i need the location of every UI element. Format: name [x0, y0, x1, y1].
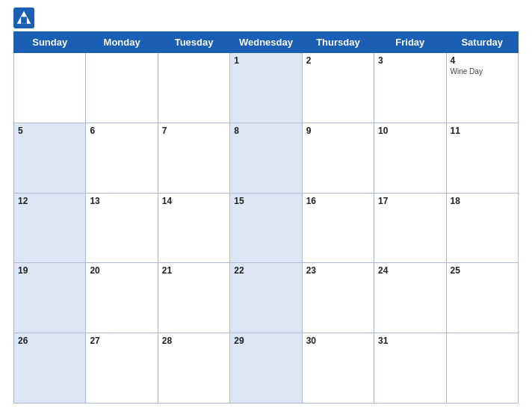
calendar-cell[interactable]: 20 [86, 263, 158, 333]
day-number: 13 [90, 196, 153, 206]
calendar: SundayMondayTuesdayWednesdayThursdayFrid… [13, 31, 519, 404]
calendar-cell[interactable]: 27 [86, 333, 158, 404]
calendar-cell[interactable]: 6 [86, 123, 158, 193]
calendar-cell[interactable]: 3 [374, 53, 446, 123]
logo [13, 7, 37, 28]
weekday-header-monday: Monday [86, 32, 158, 53]
day-number: 12 [18, 196, 81, 206]
calendar-cell[interactable]: 25 [446, 263, 518, 333]
day-number: 20 [90, 265, 153, 276]
day-number: 29 [234, 336, 297, 346]
day-number: 31 [378, 336, 442, 346]
day-number: 25 [451, 265, 514, 276]
day-number: 27 [90, 336, 153, 346]
weekday-header-row: SundayMondayTuesdayWednesdayThursdayFrid… [14, 32, 519, 53]
calendar-cell[interactable] [446, 333, 518, 404]
weekday-header-sunday: Sunday [14, 32, 86, 53]
week-row-0: 1234Wine Day [14, 53, 519, 123]
day-number: 11 [451, 126, 514, 136]
svg-rect-2 [21, 16, 27, 23]
calendar-cell[interactable]: 19 [14, 263, 86, 333]
calendar-cell[interactable]: 26 [14, 333, 86, 404]
calendar-cell[interactable]: 10 [374, 123, 446, 193]
calendar-cell[interactable]: 14 [158, 193, 229, 263]
day-number: 18 [451, 196, 514, 206]
day-number: 16 [306, 196, 370, 206]
day-number: 15 [234, 196, 297, 206]
weekday-header-wednesday: Wednesday [230, 32, 302, 53]
calendar-cell[interactable]: 4Wine Day [446, 53, 518, 123]
calendar-cell[interactable]: 5 [14, 123, 86, 193]
calendar-cell[interactable]: 21 [158, 263, 229, 333]
generalblue-logo-icon [13, 7, 34, 28]
day-number: 19 [18, 265, 81, 276]
calendar-cell[interactable]: 11 [446, 123, 518, 193]
day-number: 23 [306, 265, 370, 276]
calendar-cell[interactable]: 29 [230, 333, 302, 404]
event-label: Wine Day [451, 67, 514, 75]
weekday-header-thursday: Thursday [302, 32, 374, 53]
day-number: 4 [451, 55, 514, 66]
calendar-cell[interactable]: 17 [374, 193, 446, 263]
week-row-2: 12131415161718 [14, 193, 519, 263]
week-row-1: 567891011 [14, 123, 519, 193]
calendar-cell[interactable]: 15 [230, 193, 302, 263]
calendar-cell[interactable]: 9 [302, 123, 374, 193]
week-row-3: 19202122232425 [14, 263, 519, 333]
calendar-cell[interactable]: 18 [446, 193, 518, 263]
calendar-cell[interactable]: 31 [374, 333, 446, 404]
day-number: 9 [306, 126, 370, 136]
calendar-cell[interactable]: 1 [230, 53, 302, 123]
day-number: 26 [18, 336, 81, 346]
calendar-cell[interactable] [14, 53, 86, 123]
day-number: 30 [306, 336, 370, 346]
day-number: 6 [90, 126, 153, 136]
calendar-cell[interactable] [158, 53, 229, 123]
weekday-header-friday: Friday [374, 32, 446, 53]
day-number: 28 [162, 336, 226, 346]
day-number: 14 [162, 196, 226, 206]
calendar-cell[interactable]: 8 [230, 123, 302, 193]
calendar-cell[interactable]: 2 [302, 53, 374, 123]
calendar-cell[interactable]: 13 [86, 193, 158, 263]
calendar-cell[interactable]: 12 [14, 193, 86, 263]
day-number: 7 [162, 126, 226, 136]
day-number: 5 [18, 126, 81, 136]
day-number: 21 [162, 265, 226, 276]
day-number: 1 [234, 55, 297, 66]
day-number: 17 [378, 196, 442, 206]
weekday-header-saturday: Saturday [446, 32, 518, 53]
day-number: 24 [378, 265, 442, 276]
calendar-cell[interactable]: 30 [302, 333, 374, 404]
day-number: 8 [234, 126, 297, 136]
calendar-cell[interactable]: 22 [230, 263, 302, 333]
top-bar [13, 7, 519, 28]
calendar-cell[interactable] [86, 53, 158, 123]
day-number: 10 [378, 126, 442, 136]
calendar-cell[interactable]: 16 [302, 193, 374, 263]
calendar-cell[interactable]: 7 [158, 123, 229, 193]
week-row-4: 262728293031 [14, 333, 519, 404]
day-number: 2 [306, 55, 370, 66]
calendar-cell[interactable]: 28 [158, 333, 229, 404]
calendar-cell[interactable]: 23 [302, 263, 374, 333]
day-number: 22 [234, 265, 297, 276]
calendar-cell[interactable]: 24 [374, 263, 446, 333]
weekday-header-tuesday: Tuesday [158, 32, 229, 53]
day-number: 3 [378, 55, 442, 66]
